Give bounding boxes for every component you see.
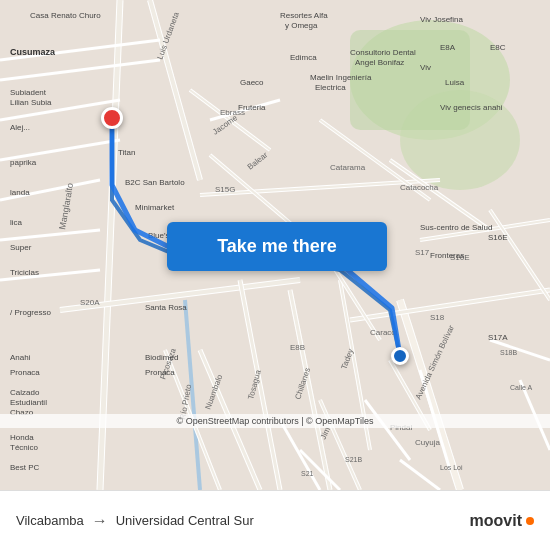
svg-text:Viv Josefina: Viv Josefina <box>420 15 464 24</box>
take-me-there-button[interactable]: Take me there <box>167 222 387 271</box>
svg-text:S21: S21 <box>301 470 314 477</box>
svg-text:Casa Renato Churo: Casa Renato Churo <box>30 11 101 20</box>
svg-text:Electrica: Electrica <box>315 83 346 92</box>
svg-text:Viv genecis anahi: Viv genecis anahi <box>440 103 503 112</box>
svg-text:Super: Super <box>10 243 32 252</box>
svg-text:Lilian Subia: Lilian Subia <box>10 98 52 107</box>
arrow-icon: → <box>92 512 108 530</box>
svg-text:Catarama: Catarama <box>330 163 366 172</box>
svg-text:S15G: S15G <box>215 185 235 194</box>
svg-text:S17: S17 <box>415 248 430 257</box>
map-attribution: © OpenStreetMap contributors | © OpenMap… <box>0 414 550 428</box>
svg-text:Calzado: Calzado <box>10 388 40 397</box>
svg-text:B2C San Bartolo: B2C San Bartolo <box>125 178 185 187</box>
svg-text:Caracol: Caracol <box>370 328 398 337</box>
svg-text:E8B: E8B <box>290 343 305 352</box>
svg-text:Gaeco: Gaeco <box>240 78 264 87</box>
svg-text:Anahi: Anahi <box>10 353 31 362</box>
svg-text:Titan: Titan <box>118 148 136 157</box>
svg-text:Santa Rosa: Santa Rosa <box>145 303 187 312</box>
svg-text:Best PC: Best PC <box>10 463 40 472</box>
svg-text:Consultorio Dental: Consultorio Dental <box>350 48 416 57</box>
svg-text:Biodimed: Biodimed <box>145 353 178 362</box>
svg-text:Alej...: Alej... <box>10 123 30 132</box>
svg-text:S16E: S16E <box>488 233 508 242</box>
moovit-logo: moovit <box>470 512 534 530</box>
svg-text:Minimarket: Minimarket <box>135 203 175 212</box>
svg-text:Cusumaza: Cusumaza <box>10 47 56 57</box>
map-container: Manglaralto Luis Urdaneta S20A Río Priet… <box>0 0 550 490</box>
svg-text:Viv: Viv <box>420 63 431 72</box>
svg-text:paprika: paprika <box>10 158 37 167</box>
svg-text:Pronaca: Pronaca <box>10 368 40 377</box>
svg-text:lica: lica <box>10 218 23 227</box>
to-label: Universidad Central Sur <box>116 513 254 528</box>
from-label: Vilcabamba <box>16 513 84 528</box>
svg-text:Los Loi: Los Loi <box>440 464 463 471</box>
svg-text:Catacocha: Catacocha <box>400 183 439 192</box>
svg-text:Estudiantil: Estudiantil <box>10 398 47 407</box>
moovit-dot <box>526 517 534 525</box>
svg-text:Angel Bonifaz: Angel Bonifaz <box>355 58 404 67</box>
svg-text:Subiadent: Subiadent <box>10 88 47 97</box>
svg-text:Honda: Honda <box>10 433 34 442</box>
svg-text:Triciclas: Triciclas <box>10 268 39 277</box>
origin-marker <box>101 107 123 129</box>
svg-text:Fronteras: Fronteras <box>430 251 464 260</box>
svg-text:landa: landa <box>10 188 30 197</box>
svg-text:E8A: E8A <box>440 43 456 52</box>
svg-text:y Omega: y Omega <box>285 21 318 30</box>
destination-marker <box>391 347 409 365</box>
svg-text:S17A: S17A <box>488 333 508 342</box>
bottom-bar: Vilcabamba → Universidad Central Sur moo… <box>0 490 550 550</box>
svg-text:Calle A: Calle A <box>510 384 533 391</box>
svg-text:S20A: S20A <box>80 298 100 307</box>
svg-text:Resortes Alfa: Resortes Alfa <box>280 11 328 20</box>
svg-text:S21B: S21B <box>345 456 362 463</box>
svg-text:Luisa: Luisa <box>445 78 465 87</box>
svg-text:Edimca: Edimca <box>290 53 317 62</box>
svg-text:Pronaca: Pronaca <box>145 368 175 377</box>
svg-text:Fruteria: Fruteria <box>238 103 266 112</box>
svg-text:Sus-centro de Salud: Sus-centro de Salud <box>420 223 493 232</box>
svg-text:/ Progresso: / Progresso <box>10 308 51 317</box>
svg-text:Cuyuja: Cuyuja <box>415 438 440 447</box>
svg-text:E8C: E8C <box>490 43 506 52</box>
svg-text:Maelin Ingeniería: Maelin Ingeniería <box>310 73 372 82</box>
route-info: Vilcabamba → Universidad Central Sur <box>16 512 470 530</box>
svg-text:S18: S18 <box>430 313 445 322</box>
svg-text:S18B: S18B <box>500 349 517 356</box>
moovit-text: moovit <box>470 512 522 530</box>
svg-text:Técnico: Técnico <box>10 443 39 452</box>
